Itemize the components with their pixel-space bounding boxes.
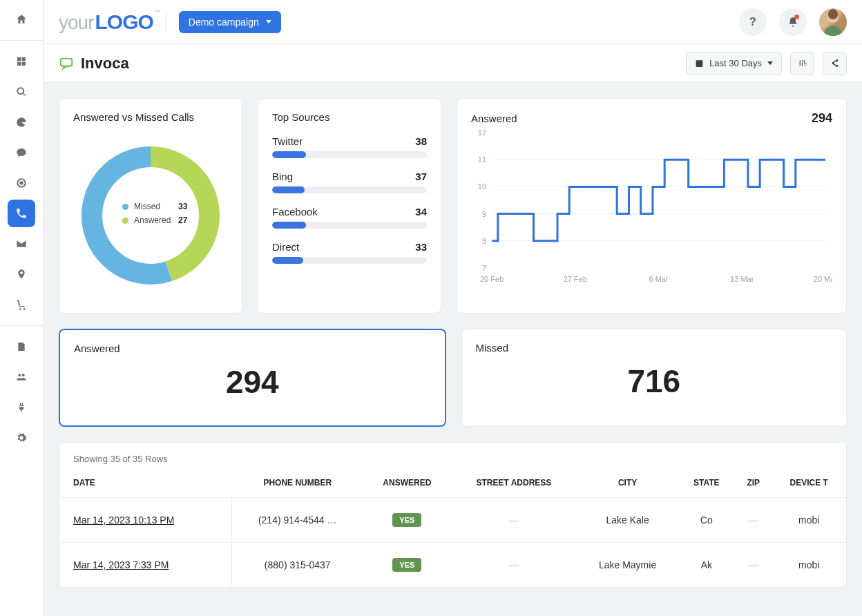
- progress-fill: [272, 151, 306, 158]
- card-title: Top Sources: [272, 111, 427, 123]
- card-title: Answered: [471, 113, 517, 124]
- search-icon[interactable]: [8, 78, 35, 106]
- table-header[interactable]: DATE: [59, 468, 232, 498]
- source-value: 33: [415, 241, 427, 253]
- progress-fill: [272, 257, 303, 264]
- page-title: Invoca: [81, 55, 129, 73]
- sliders-icon: [798, 59, 807, 68]
- logo[interactable]: your LOGO ™: [59, 10, 153, 34]
- date-range-dropdown[interactable]: Last 30 Days: [686, 52, 782, 75]
- svg-text:9: 9: [482, 210, 486, 218]
- calls-table: DATEPHONE NUMBERANSWEREDSTREET ADDRESSCI…: [59, 468, 846, 588]
- line-chart: 78910111220 Feb27 Feb6 Mar13 Mar20 Mar: [471, 128, 832, 287]
- page-header: Invoca Last 30 Days: [44, 44, 862, 83]
- table-header[interactable]: CITY: [577, 468, 678, 498]
- cell-street: —: [451, 498, 577, 543]
- date-link[interactable]: Mar 14, 2023 10:13 PM: [73, 514, 174, 526]
- table-header[interactable]: STREET ADDRESS: [451, 468, 577, 498]
- mail-icon[interactable]: [8, 230, 35, 258]
- rail-divider: [0, 325, 43, 326]
- report-icon[interactable]: [8, 333, 35, 360]
- target-icon[interactable]: [8, 169, 35, 197]
- plug-icon[interactable]: [8, 394, 35, 421]
- metric-value: 716: [476, 359, 833, 403]
- table-row[interactable]: Mar 14, 2023 7:33 PM (880) 315-0437 YES …: [59, 543, 846, 588]
- date-link[interactable]: Mar 14, 2023 7:33 PM: [73, 559, 169, 570]
- svg-text:27 Feb: 27 Feb: [564, 275, 587, 283]
- users-icon[interactable]: [8, 363, 35, 391]
- svg-text:12: 12: [478, 128, 486, 137]
- share-button[interactable]: [823, 52, 847, 75]
- calendar-icon: [695, 59, 704, 68]
- home-icon[interactable]: [8, 6, 35, 33]
- campaign-dropdown[interactable]: Demo campaign: [179, 11, 281, 33]
- metric-label: Missed: [476, 342, 833, 354]
- table-header[interactable]: DEVICE T: [772, 468, 845, 498]
- metric-missed[interactable]: Missed 716: [461, 329, 847, 427]
- progress-fill: [272, 186, 305, 193]
- source-row: Twitter38: [272, 135, 427, 158]
- progress-track: [272, 257, 427, 264]
- notifications-button[interactable]: [779, 8, 807, 36]
- invoca-icon: [59, 56, 74, 71]
- cell-state: Co: [678, 498, 734, 543]
- cell-device: mobi: [772, 498, 845, 543]
- left-rail: [0, 0, 44, 616]
- svg-text:8: 8: [482, 237, 486, 245]
- logo-suffix: ™: [155, 9, 160, 15]
- notification-dot: [794, 15, 799, 19]
- date-range-label: Last 30 Days: [709, 58, 762, 68]
- share-icon: [830, 59, 839, 68]
- question-icon: ?: [749, 16, 756, 28]
- gear-icon[interactable]: [8, 424, 35, 452]
- swatch: [122, 218, 128, 224]
- cell-phone: (214) 914-4544 …: [232, 498, 363, 543]
- table-header[interactable]: ZIP: [734, 468, 772, 498]
- cell-zip: —: [734, 498, 772, 543]
- topbar: your LOGO ™ Demo campaign ?: [44, 0, 862, 44]
- progress-track: [272, 186, 427, 193]
- svg-text:11: 11: [478, 155, 486, 164]
- source-value: 34: [415, 206, 427, 218]
- cart-icon[interactable]: [8, 291, 35, 318]
- source-label: Facebook: [272, 206, 318, 218]
- source-label: Bing: [272, 171, 293, 182]
- table-meta: Showing 35 of 35 Rows: [59, 443, 846, 468]
- chevron-down-icon: [767, 61, 773, 65]
- pin-icon[interactable]: [8, 260, 35, 288]
- card-total: 294: [812, 111, 832, 126]
- svg-text:20 Mar: 20 Mar: [814, 275, 832, 283]
- pie-icon[interactable]: [8, 108, 35, 136]
- table-header[interactable]: PHONE NUMBER: [232, 468, 363, 498]
- chat-icon[interactable]: [8, 139, 35, 166]
- card-answered-vs-missed[interactable]: Answered vs Missed Calls: [59, 98, 242, 314]
- swatch: [122, 204, 128, 210]
- card-call-table: Showing 35 of 35 Rows DATEPHONE NUMBERAN…: [59, 442, 847, 588]
- table-header[interactable]: STATE: [678, 468, 734, 498]
- metric-answered[interactable]: Answered 294: [59, 329, 446, 427]
- avatar[interactable]: [819, 8, 847, 36]
- cell-city: Lake Kale: [577, 498, 678, 543]
- table-row[interactable]: Mar 14, 2023 10:13 PM (214) 914-4544 … Y…: [59, 498, 846, 543]
- svg-text:20 Feb: 20 Feb: [480, 275, 504, 283]
- phone-icon[interactable]: [8, 200, 35, 227]
- campaign-label: Demo campaign: [189, 17, 259, 28]
- help-button[interactable]: ?: [739, 8, 767, 36]
- card-answered-trend[interactable]: Answered 294 78910111220 Feb27 Feb6 Mar1…: [457, 98, 847, 314]
- badge-answered: YES: [392, 513, 421, 527]
- svg-text:13 Mar: 13 Mar: [730, 275, 754, 283]
- cell-device: mobi: [772, 543, 845, 588]
- cell-phone: (880) 315-0437: [232, 543, 363, 588]
- filters-button[interactable]: [790, 52, 814, 75]
- source-row: Direct33: [272, 241, 427, 264]
- table-header[interactable]: ANSWERED: [363, 468, 451, 498]
- dashboard-icon[interactable]: [8, 48, 35, 75]
- legend-item-missed: Missed 33: [122, 202, 187, 211]
- source-label: Twitter: [272, 135, 303, 147]
- svg-text:7: 7: [482, 264, 486, 272]
- card-top-sources[interactable]: Top Sources Twitter38 Bing37 Facebook34 …: [258, 98, 441, 314]
- svg-rect-1: [61, 58, 73, 66]
- progress-track: [272, 151, 427, 158]
- logo-prefix: your: [59, 12, 93, 34]
- chevron-down-icon: [266, 20, 271, 23]
